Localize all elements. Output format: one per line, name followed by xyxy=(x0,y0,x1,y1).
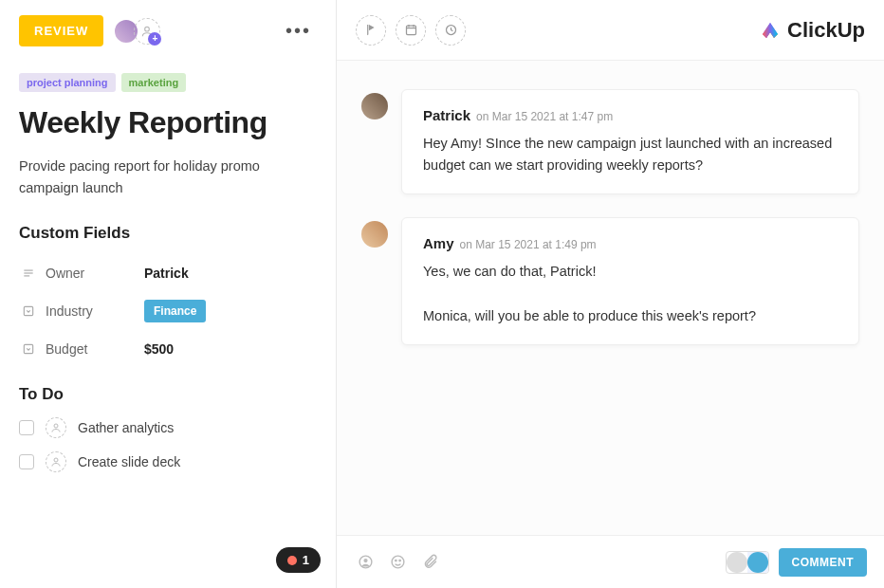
comment-author: Patrick xyxy=(423,107,470,123)
time-icon[interactable] xyxy=(435,15,466,46)
custom-field-label: Budget xyxy=(46,341,137,357)
activity-panel: ClickUp Patrick on Mar 15 2021 at 1:47 p… xyxy=(337,0,884,588)
lines-icon xyxy=(19,266,38,280)
view-toggle-a[interactable] xyxy=(727,552,747,573)
figma-count: 1 xyxy=(303,553,309,567)
svg-point-16 xyxy=(395,560,396,560)
view-toggle[interactable] xyxy=(726,551,769,574)
svg-point-6 xyxy=(54,424,58,428)
comment-body[interactable]: Amy on Mar 15 2021 at 1:49 pm Yes, we ca… xyxy=(401,217,859,345)
todo-item[interactable]: Create slide deck xyxy=(19,451,317,472)
comment-timestamp: on Mar 15 2021 at 1:49 pm xyxy=(460,238,597,251)
plus-icon: + xyxy=(148,32,161,46)
assignees[interactable]: + xyxy=(113,18,160,45)
custom-field-row: Owner Patrick xyxy=(19,256,317,290)
attachment-icon[interactable] xyxy=(418,551,441,574)
clickup-logo-icon xyxy=(759,19,782,42)
svg-rect-4 xyxy=(24,307,32,316)
custom-field-row: Industry Finance xyxy=(19,290,317,332)
add-assignee-button[interactable]: + xyxy=(134,18,160,45)
checkbox[interactable] xyxy=(19,420,34,435)
emoji-icon[interactable] xyxy=(386,551,409,574)
custom-field-label: Owner xyxy=(46,266,137,281)
clickup-logo: ClickUp xyxy=(759,18,865,43)
svg-rect-5 xyxy=(24,345,32,354)
comment-text: Yes, we can do that, Patrick! Monica, wi… xyxy=(423,261,838,327)
custom-field-value[interactable]: $500 xyxy=(144,341,317,357)
svg-point-7 xyxy=(54,458,58,462)
logo-text: ClickUp xyxy=(787,18,865,43)
comment-timestamp: on Mar 15 2021 at 1:47 pm xyxy=(476,110,613,123)
assign-todo-button[interactable] xyxy=(46,451,66,472)
custom-field-label: Industry xyxy=(46,303,137,319)
comment: Patrick on Mar 15 2021 at 1:47 pm Hey Am… xyxy=(361,89,859,194)
comments-area: Patrick on Mar 15 2021 at 1:47 pm Hey Am… xyxy=(337,61,884,535)
custom-fields-heading: Custom Fields xyxy=(19,224,317,243)
svg-point-17 xyxy=(398,560,399,560)
comment-body[interactable]: Patrick on Mar 15 2021 at 1:47 pm Hey Am… xyxy=(401,89,859,194)
assign-todo-button[interactable] xyxy=(46,417,66,438)
comment-avatar[interactable] xyxy=(361,93,388,119)
custom-field-row: Budget $500 xyxy=(19,332,317,366)
task-title[interactable]: Weekly Reporting xyxy=(19,105,317,140)
task-header: REVIEW + ••• xyxy=(19,15,317,46)
tag[interactable]: marketing xyxy=(121,73,187,92)
date-icon[interactable] xyxy=(396,15,426,46)
svg-point-15 xyxy=(392,556,404,568)
todo-label: Gather analytics xyxy=(78,420,174,435)
status-button[interactable]: REVIEW xyxy=(19,15,103,46)
todo-label: Create slide deck xyxy=(78,454,180,469)
figma-badge[interactable]: 1 xyxy=(276,547,321,573)
activity-header: ClickUp xyxy=(337,0,884,61)
tags-row: project planning marketing xyxy=(19,73,317,92)
todo-heading: To Do xyxy=(19,385,317,404)
svg-point-14 xyxy=(363,559,367,562)
custom-field-value[interactable]: Finance xyxy=(144,300,206,322)
dropdown-icon xyxy=(19,342,38,356)
priority-icon[interactable] xyxy=(356,15,386,46)
comment-author: Amy xyxy=(423,235,454,251)
figma-icon xyxy=(287,556,297,565)
dropdown-icon xyxy=(19,304,38,318)
comment: Amy on Mar 15 2021 at 1:49 pm Yes, we ca… xyxy=(361,217,859,345)
custom-field-value[interactable]: Patrick xyxy=(144,266,317,281)
comment-avatar[interactable] xyxy=(361,221,388,248)
todo-list: Gather analytics Create slide deck xyxy=(19,417,317,472)
checkbox[interactable] xyxy=(19,454,34,469)
svg-point-0 xyxy=(145,27,150,31)
task-detail-panel: REVIEW + ••• project planning marketing … xyxy=(0,0,337,588)
svg-rect-8 xyxy=(406,26,415,34)
comment-text: Hey Amy! SInce the new campaign just lau… xyxy=(423,133,838,176)
task-description[interactable]: Provide pacing report for holiday promo … xyxy=(19,156,317,199)
more-options-button[interactable]: ••• xyxy=(280,16,317,46)
comment-button[interactable]: COMMENT xyxy=(779,548,868,577)
view-toggle-b[interactable] xyxy=(747,552,768,573)
todo-item[interactable]: Gather analytics xyxy=(19,417,317,438)
mention-icon[interactable] xyxy=(354,551,377,574)
comment-footer: COMMENT xyxy=(337,535,884,588)
tag[interactable]: project planning xyxy=(19,73,116,92)
